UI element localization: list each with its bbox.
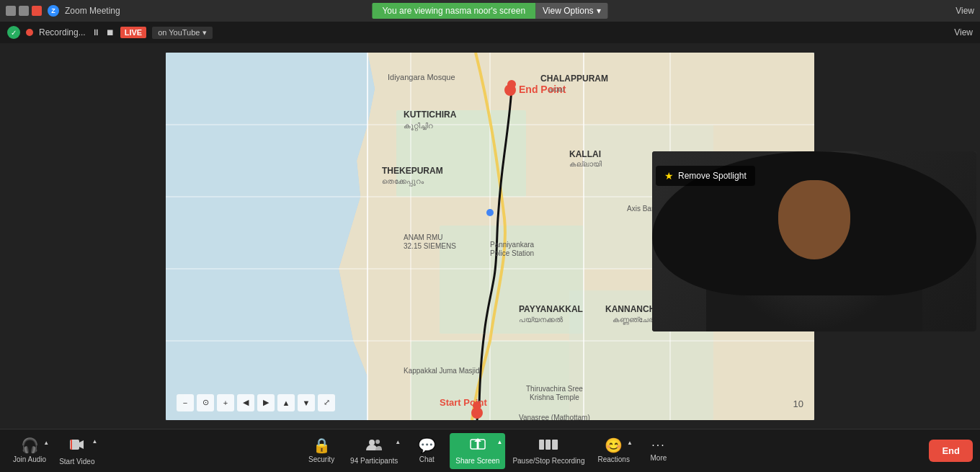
chat-button[interactable]: 💬 Chat xyxy=(405,434,448,468)
security-button[interactable]: 🔒 Security xyxy=(300,434,343,468)
svg-text:Idiyangara Mosque: Idiyangara Mosque xyxy=(388,73,455,81)
recording-text: Recording... xyxy=(39,27,86,37)
minimize-button[interactable] xyxy=(6,6,16,16)
remove-spotlight-button[interactable]: ★ Remove Spotlight xyxy=(656,166,755,186)
viewing-banner: You are viewing nasma noor's screen xyxy=(372,3,535,19)
svg-text:Krishna Temple: Krishna Temple xyxy=(530,393,579,401)
shield-icon: ✓ xyxy=(7,26,20,39)
pan-down-button[interactable]: ▼ xyxy=(298,394,315,411)
security-label: Security xyxy=(308,455,334,463)
pan-up-button[interactable]: ▲ xyxy=(277,394,295,411)
remove-spotlight-label: Remove Spotlight xyxy=(678,171,747,181)
window-controls xyxy=(6,6,42,16)
svg-rect-56 xyxy=(539,440,544,450)
svg-rect-57 xyxy=(545,440,551,450)
participants-icon xyxy=(366,437,382,454)
join-audio-caret-icon[interactable]: ▲ xyxy=(43,440,49,446)
svg-point-52 xyxy=(369,440,375,445)
svg-rect-58 xyxy=(552,440,558,450)
stop-recording-icon[interactable]: ⏹ xyxy=(106,27,115,37)
join-audio-label: Join Audio xyxy=(13,455,46,463)
svg-text:KALLAI: KALLAI xyxy=(569,149,601,159)
svg-point-53 xyxy=(375,440,380,444)
face xyxy=(778,180,850,259)
view-options-caret-icon: ▾ xyxy=(597,6,601,16)
participants-text: Participants xyxy=(360,457,398,465)
title-bar: Z Zoom Meeting You are viewing nasma noo… xyxy=(0,0,980,22)
chat-icon: 💬 xyxy=(418,438,436,453)
pause-stop-label: Pause/Stop Recording xyxy=(512,457,584,465)
participants-caret-icon[interactable]: ▲ xyxy=(395,439,401,445)
start-video-icon xyxy=(69,437,85,455)
window-title: Zoom Meeting xyxy=(65,6,120,16)
reactions-label: Reactions xyxy=(597,455,629,463)
toolbar-left: 🎧 Join Audio ▲ Start Video ▲ xyxy=(7,432,100,470)
start-video-button[interactable]: Start Video ▲ xyxy=(53,432,100,470)
youtube-button[interactable]: on YouTube ▾ xyxy=(152,27,213,39)
close-button[interactable] xyxy=(32,6,42,16)
reactions-caret-icon[interactable]: ▲ xyxy=(627,440,633,446)
svg-text:Kappakkal Juma Masjid: Kappakkal Juma Masjid xyxy=(404,367,480,375)
start-video-caret-icon[interactable]: ▲ xyxy=(92,438,98,445)
live-badge: LIVE xyxy=(120,27,146,38)
svg-text:Vanasree (Mathottam): Vanasree (Mathottam) xyxy=(519,414,590,420)
map-number: 10 xyxy=(793,398,803,409)
star-icon: ★ xyxy=(664,170,674,182)
youtube-caret-icon: ▾ xyxy=(202,28,207,37)
titlebar-center: You are viewing nasma noor's screen View… xyxy=(372,3,607,19)
svg-text:Panniyankara: Panniyankara xyxy=(490,241,535,249)
chat-label: Chat xyxy=(419,455,435,463)
reactions-icon: 😊 xyxy=(605,438,623,453)
share-screen-button[interactable]: Share Screen ▲ xyxy=(450,433,505,469)
more-button[interactable]: ··· More xyxy=(637,435,680,466)
view-options-label: View Options xyxy=(543,6,593,16)
recording-dot-icon xyxy=(26,29,33,36)
zoom-in-button[interactable]: + xyxy=(217,394,234,411)
view-button[interactable]: View xyxy=(954,27,973,37)
start-video-label: Start Video xyxy=(59,458,94,466)
map-controls[interactable]: − ⊙ + ◀ ▶ ▲ ▼ ⤢ xyxy=(177,394,335,411)
zoom-out-button[interactable]: − xyxy=(177,394,194,411)
pan-left-button[interactable]: ◀ xyxy=(237,394,254,411)
svg-text:KUTTICHIRA: KUTTICHIRA xyxy=(404,110,457,120)
view-label: View xyxy=(956,6,974,16)
titlebar-right: View xyxy=(956,6,974,16)
svg-point-45 xyxy=(486,209,494,216)
svg-text:കല്ലായി: കല്ലായി xyxy=(569,160,602,168)
pan-right-button[interactable]: ▶ xyxy=(257,394,275,411)
reactions-button[interactable]: 😊 Reactions ▲ xyxy=(592,434,635,468)
svg-marker-51 xyxy=(79,440,84,449)
end-button[interactable]: End xyxy=(929,440,973,462)
svg-text:ചാല: ചാല xyxy=(548,85,564,93)
svg-text:ANAM RMU: ANAM RMU xyxy=(404,233,442,241)
participants-label: 94 Participants xyxy=(350,457,398,465)
recording-bar: ✓ Recording... ⏸ ⏹ LIVE on YouTube ▾ Vie… xyxy=(0,22,980,43)
zoom-logo: Z xyxy=(48,5,59,17)
reset-button[interactable]: ⊙ xyxy=(197,394,214,411)
toolbar: 🎧 Join Audio ▲ Start Video ▲ 🔒 Security xyxy=(0,429,980,472)
toolbar-center: 🔒 Security 94 Participants ▲ 💬 Chat xyxy=(300,433,680,469)
participants-button[interactable]: 94 Participants ▲ xyxy=(344,433,404,469)
share-screen-label: Share Screen xyxy=(455,457,499,465)
participants-count: 94 xyxy=(350,457,358,465)
youtube-label: on YouTube xyxy=(158,28,200,37)
more-icon: ··· xyxy=(651,440,665,451)
titlebar-left: Z Zoom Meeting xyxy=(6,5,120,17)
view-options-button[interactable]: View Options ▾ xyxy=(535,3,607,19)
svg-text:32.15 SIEMENS: 32.15 SIEMENS xyxy=(404,242,456,250)
join-audio-button[interactable]: 🎧 Join Audio ▲ xyxy=(7,434,52,468)
svg-text:Police Station: Police Station xyxy=(490,249,534,257)
svg-text:CHALAPPURAM: CHALAPPURAM xyxy=(540,74,608,84)
share-caret-icon[interactable]: ▲ xyxy=(496,439,502,445)
svg-text:PAYYANAKKAL: PAYYANAKKAL xyxy=(519,304,583,314)
pause-stop-recording-button[interactable]: Pause/Stop Recording xyxy=(507,433,590,469)
join-audio-icon: 🎧 xyxy=(21,438,39,453)
svg-text:Thiruvachira Sree: Thiruvachira Sree xyxy=(526,385,583,393)
svg-text:പയ്യനക്കൽ: പയ്യനക്കൽ xyxy=(519,316,564,324)
fit-button[interactable]: ⤢ xyxy=(318,394,335,411)
toolbar-right: End xyxy=(929,440,973,462)
pause-recording-icon[interactable]: ⏸ xyxy=(92,27,100,37)
maximize-button[interactable] xyxy=(19,6,29,16)
pause-stop-icon xyxy=(538,437,558,454)
share-screen-icon xyxy=(470,437,486,454)
